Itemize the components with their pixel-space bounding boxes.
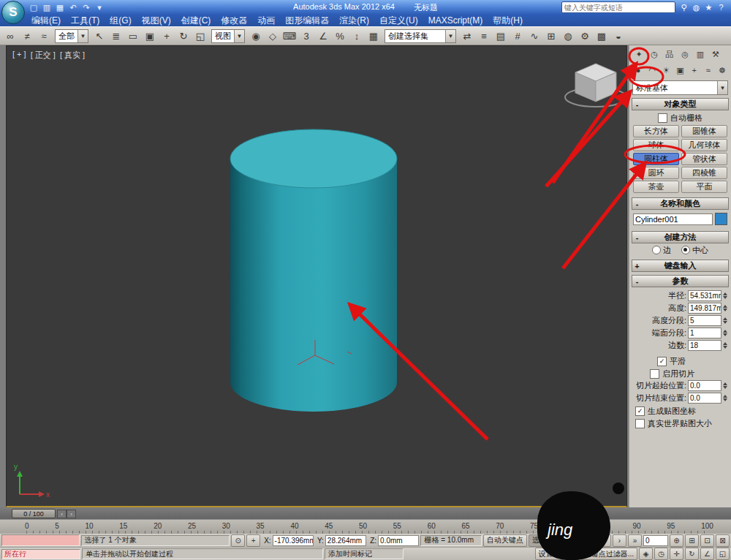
cameras-category-icon[interactable]: ▣ — [673, 63, 686, 77]
undo-icon[interactable]: ↶ — [67, 2, 79, 13]
select-and-link-icon[interactable]: ∞ — [2, 28, 18, 44]
viewport-canvas[interactable]: x y — [7, 46, 626, 505]
snaps-toggle-icon[interactable]: 3 — [298, 28, 314, 44]
search-input[interactable] — [561, 1, 675, 13]
help-icon[interactable]: ? — [716, 2, 727, 13]
spinner-snap-icon[interactable]: ↕ — [349, 28, 365, 44]
zoom-extents-icon[interactable]: ⊡ — [700, 534, 714, 547]
slice-on-checkbox[interactable] — [650, 369, 659, 379]
schematic-view-icon[interactable]: ⊞ — [543, 28, 559, 44]
spinner-arrows-icon[interactable] — [723, 330, 727, 336]
spinner-arrows-icon[interactable] — [723, 382, 727, 389]
save-file-icon[interactable]: ▦ — [54, 2, 66, 13]
selection-filter-dropdown[interactable]: 全部▼ — [55, 29, 88, 43]
align-icon[interactable]: ≡ — [476, 28, 492, 44]
viewcube[interactable] — [565, 64, 626, 107]
menu-item[interactable]: 动画 — [252, 15, 280, 27]
button-sphere[interactable]: 球体 — [633, 139, 679, 151]
redo-icon[interactable]: ↷ — [80, 2, 92, 13]
select-by-name-icon[interactable]: ≣ — [108, 28, 124, 44]
button-geosphere[interactable]: 几何球体 — [681, 139, 727, 151]
next-frame-arrow-icon[interactable]: › — [67, 510, 76, 518]
viewport-orthographic[interactable]: [ + ] [ 正交 ] [ 真实 ] — [6, 45, 627, 507]
dropdown-arrow-icon[interactable]: ▼ — [717, 81, 727, 94]
key-mode-toggle-icon[interactable]: ◈ — [639, 548, 653, 560]
button-teapot[interactable]: 茶壶 — [633, 181, 679, 193]
autogrid-checkbox[interactable] — [658, 113, 667, 123]
button-cylinder[interactable]: 圆柱体 — [633, 153, 679, 165]
next-frame-icon[interactable]: › — [613, 534, 626, 547]
spinner-arrows-icon[interactable] — [723, 317, 727, 324]
auto-key-button[interactable]: 自动关键点 — [483, 534, 527, 547]
rendered-frame-icon[interactable]: ▩ — [594, 28, 610, 44]
spinner-arrows-icon[interactable] — [723, 395, 727, 401]
parameter-field[interactable]: 149.817mm — [688, 303, 721, 314]
parameter-field[interactable]: 1 — [688, 328, 721, 338]
modify-tab-icon[interactable]: ◷ — [647, 47, 662, 61]
favorites-icon[interactable]: ★ — [703, 2, 714, 13]
time-configuration-icon[interactable]: ◷ — [654, 548, 668, 560]
viewport-menu-shading[interactable]: [ 真实 ] — [60, 50, 85, 61]
helpers-category-icon[interactable]: + — [688, 63, 701, 77]
rollout-header-keyboard-entry[interactable]: + 键盘输入 — [632, 260, 729, 272]
select-and-scale-icon[interactable]: ◱ — [192, 28, 208, 44]
rollout-header-parameters[interactable]: - 参数 — [632, 275, 729, 287]
utilities-tab-icon[interactable]: ⚒ — [708, 47, 723, 61]
radio-edge[interactable]: 边 — [652, 245, 671, 256]
select-and-manipulate-icon[interactable]: ◇ — [265, 28, 281, 44]
viewport-menu-pov[interactable]: [ 正交 ] — [31, 50, 56, 61]
percent-snap-icon[interactable]: % — [332, 28, 348, 44]
generate-mapping-coords-checkbox[interactable] — [635, 406, 645, 416]
select-object-icon[interactable]: ↖ — [91, 28, 107, 44]
menu-item[interactable]: 创建(C) — [176, 15, 216, 27]
material-editor-icon[interactable]: ◍ — [560, 28, 576, 44]
parameter-field[interactable]: 18 — [688, 340, 721, 351]
spinner-arrows-icon[interactable] — [723, 342, 727, 349]
selection-lock-icon[interactable]: ⊙ — [231, 534, 245, 547]
orbit-icon[interactable]: ↻ — [685, 548, 699, 560]
bind-to-space-warp-icon[interactable]: ≈ — [36, 28, 52, 44]
radio-dot[interactable] — [652, 246, 661, 254]
field-of-view-icon[interactable]: ∠ — [700, 548, 714, 560]
select-and-rotate-icon[interactable]: ↻ — [175, 28, 192, 44]
workspace-dropdown-icon[interactable]: ▾ — [94, 2, 105, 13]
menu-item[interactable]: 帮助(H) — [488, 15, 528, 27]
cylinder-object[interactable] — [230, 129, 397, 412]
shapes-category-icon[interactable]: ◠ — [645, 63, 659, 77]
mirror-icon[interactable]: ⇄ — [459, 28, 475, 44]
primitive-category-dropdown[interactable]: 标准基体 ▼ — [632, 80, 728, 95]
button-torus[interactable]: 圆环 — [633, 167, 679, 179]
radio-center[interactable]: 中心 — [681, 245, 708, 256]
maximize-viewport-icon[interactable]: ◱ — [716, 548, 730, 560]
go-to-end-icon[interactable]: » — [628, 534, 642, 547]
y-coordinate-field[interactable]: 28.264mm — [325, 535, 366, 546]
button-box[interactable]: 长方体 — [633, 125, 679, 137]
select-and-move-icon[interactable]: + — [159, 28, 175, 44]
zoom-extents-all-icon[interactable]: ⊠ — [716, 534, 730, 547]
previous-frame-arrow-icon[interactable]: ‹ — [57, 510, 67, 518]
add-time-tag[interactable]: 添加时间标记 — [325, 548, 404, 559]
window-crossing-icon[interactable]: ▣ — [142, 28, 158, 44]
communication-center-icon[interactable]: ◍ — [691, 2, 702, 13]
unlink-selection-icon[interactable]: ≠ — [19, 28, 35, 44]
reference-coordinate-dropdown[interactable]: 视图▼ — [211, 29, 245, 43]
named-selection-sets-dropdown[interactable]: 创建选择集▼ — [385, 29, 456, 43]
keyboard-shortcut-override-icon[interactable]: ⌨ — [281, 28, 298, 44]
time-slider[interactable]: 0 / 100 ‹ › — [0, 507, 731, 519]
menu-item[interactable]: 工具(T) — [66, 15, 105, 27]
z-coordinate-field[interactable]: 0.0mm — [378, 535, 419, 546]
button-plane[interactable]: 平面 — [681, 181, 727, 193]
motion-tab-icon[interactable]: ◎ — [678, 47, 692, 61]
parameter-field[interactable]: 54.531mm — [688, 290, 721, 301]
menu-item[interactable]: 渲染(R) — [334, 15, 374, 27]
lights-category-icon[interactable]: ☀ — [659, 63, 673, 77]
rollout-header-creation-method[interactable]: - 创建方法 — [632, 231, 729, 243]
button-pyramid[interactable]: 四棱锥 — [681, 167, 727, 179]
pan-icon[interactable]: ✛ — [670, 548, 683, 560]
real-world-map-size-checkbox[interactable] — [635, 419, 645, 428]
edit-named-selection-sets-icon[interactable]: ▦ — [366, 28, 382, 44]
button-cone[interactable]: 圆锥体 — [681, 125, 727, 137]
track-bar[interactable]: 0510152025303540455055606570758085909510… — [0, 519, 731, 535]
macro-recorder-field[interactable] — [1, 534, 80, 546]
x-coordinate-field[interactable]: -170.396mm — [273, 535, 314, 546]
